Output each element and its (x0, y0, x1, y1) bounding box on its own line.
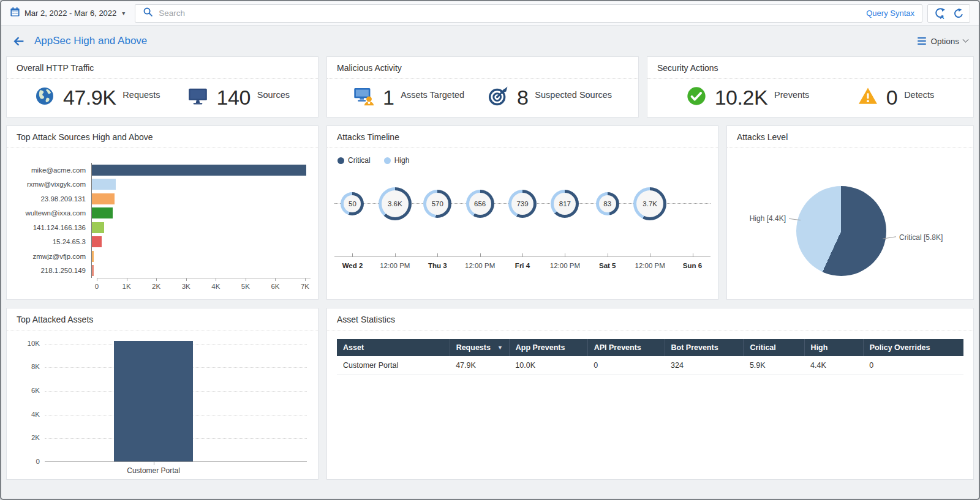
x-tick-label: 12:00 PM (635, 262, 665, 269)
charts-row: Top Attack Sources High and Above mike@a… (6, 125, 974, 300)
topbar: Mar 2, 2022 - Mar 6, 2022 ▾ Query Syntax… (1, 1, 979, 26)
horizontal-bar-chart: mike@acme.comrxmw@vixgyk.com23.98.209.13… (7, 148, 318, 293)
bar[interactable] (92, 207, 113, 218)
bar[interactable] (92, 193, 115, 204)
plot-area: Customer Portal (45, 339, 307, 462)
bar[interactable] (92, 251, 94, 262)
bar-category-label: 141.124.166.136 (14, 224, 91, 231)
x-tick-label: Sat 5 (599, 262, 616, 269)
table-cell: 47.9K (450, 356, 509, 375)
options-label: Options (930, 37, 959, 46)
panel-attacks-level: Attacks Level High [4.4K] Critical [5.8K… (726, 125, 974, 300)
table-cell: 0 (587, 356, 665, 375)
monitor-user-icon (353, 86, 374, 108)
bar-track (91, 206, 311, 221)
metric-label: Detects (904, 90, 934, 100)
card-overall-http-traffic: Overall HTTP Traffic 47.9K Requests (6, 56, 318, 118)
column-header-high[interactable]: High (804, 339, 863, 356)
timeline-donut[interactable]: 570 (423, 190, 451, 218)
bar-track (91, 235, 311, 250)
vertical-bar-chart: 02K4K6K8K10K Customer Portal (7, 330, 318, 462)
timeline-donut[interactable]: 83 (596, 192, 619, 215)
timeline-donut[interactable]: 739 (508, 190, 537, 218)
bar-customer-portal[interactable] (114, 341, 192, 461)
bar-category-label: 15.24.65.3 (14, 238, 91, 245)
x-category-label: Customer Portal (127, 466, 180, 475)
metric-suspected-sources: 8 Suspected Sources (488, 86, 612, 110)
metric-label: Prevents (774, 90, 809, 100)
legend-item-high[interactable]: High (384, 156, 410, 165)
bar-category-label: wultewn@ixxa.com (14, 209, 91, 217)
bar[interactable] (92, 236, 102, 247)
x-tick (522, 253, 523, 257)
timeline-donut[interactable]: 3.7K (633, 187, 666, 220)
bar[interactable] (92, 179, 116, 190)
card-title: Overall HTTP Traffic (7, 57, 318, 78)
metric-sources: 140 Sources (187, 86, 290, 110)
x-tick-label: 4K (211, 283, 220, 290)
x-tick-label: Wed 2 (342, 262, 363, 269)
x-tick (186, 278, 187, 281)
bar-category-label: zmwjz@vfjp.com (14, 253, 91, 260)
monitor-icon (187, 87, 208, 108)
table-row[interactable]: Customer Portal47.9K10.0K03245.9K4.4K0 (337, 356, 963, 375)
x-tick-label: 12:00 PM (380, 262, 410, 269)
metric-label: Suspected Sources (535, 90, 612, 100)
table-cell: 0 (863, 356, 963, 375)
column-header-requests[interactable]: Requests▼ (450, 339, 509, 356)
metric-value: 140 (217, 86, 251, 110)
attacks-level-pie[interactable] (796, 186, 886, 276)
panel-title: Top Attacked Assets (7, 308, 318, 330)
bar[interactable] (92, 265, 94, 276)
hamburger-icon (918, 37, 926, 45)
search-input[interactable] (159, 9, 861, 18)
bar[interactable] (92, 222, 104, 233)
timeline-donut[interactable]: 3.6K (379, 187, 412, 220)
column-header-api-prevents[interactable]: API Prevents (587, 339, 665, 356)
y-tick-label: 4K (31, 411, 40, 418)
pie-chart-area: High [4.4K] Critical [5.8K] (727, 148, 973, 299)
timeline-donut[interactable]: 817 (551, 190, 579, 218)
donut-value: 739 (511, 193, 533, 215)
refresh-icon[interactable] (953, 8, 964, 19)
bottom-row: Top Attacked Assets 02K4K6K8K10K Custome… (6, 308, 974, 480)
x-tick (97, 278, 97, 281)
timeline-plot: 503.6K570656739817833.7K (334, 170, 710, 238)
critical-dot (337, 157, 344, 164)
column-header-asset[interactable]: Asset (337, 339, 450, 356)
date-range-picker[interactable]: Mar 2, 2022 - Mar 6, 2022 ▾ (10, 7, 125, 20)
metric-label: Requests (123, 90, 160, 100)
table-cell: 4.4K (804, 356, 863, 375)
case-search-icon[interactable]: A (933, 7, 946, 19)
back-button[interactable] (12, 35, 25, 48)
timeline-donut[interactable]: 656 (466, 190, 494, 218)
donut-value: 83 (599, 195, 616, 212)
page-title[interactable]: AppSec High and Above (34, 35, 147, 47)
x-tick (246, 278, 246, 281)
donut-value: 3.7K (636, 190, 663, 217)
panel-title: Asset Statistics (327, 308, 973, 330)
timeline-donut[interactable]: 50 (341, 192, 364, 215)
column-header-bot-prevents[interactable]: Bot Prevents (665, 339, 744, 356)
pie-label-critical: Critical [5.8K] (899, 233, 943, 242)
bar[interactable] (92, 165, 306, 176)
caret-down-icon: ▾ (122, 10, 125, 17)
column-header-policy-overrides[interactable]: Policy Overrides (863, 339, 963, 356)
x-axis: 01K2K3K4K5K6K7K (97, 278, 311, 293)
card-title: Security Actions (647, 57, 973, 78)
legend-item-critical[interactable]: Critical (337, 156, 371, 165)
x-tick-label: 5K (241, 283, 250, 290)
x-tick-label: 2K (152, 283, 160, 290)
target-icon (488, 86, 508, 108)
timeline-x-axis: Wed 212:00 PMThu 312:00 PMFri 412:00 PMS… (334, 256, 710, 277)
metric-value: 0 (886, 86, 897, 110)
query-syntax-link[interactable]: Query Syntax (866, 9, 914, 18)
options-button[interactable]: Options (918, 37, 968, 46)
x-tick (275, 278, 276, 281)
donut-value: 656 (469, 193, 491, 215)
globe-icon (35, 86, 55, 108)
sort-desc-icon: ▼ (497, 345, 503, 351)
column-header-critical[interactable]: Critical (744, 339, 804, 356)
column-header-app-prevents[interactable]: App Prevents (509, 339, 587, 356)
metric-detects: 0 Detects (858, 86, 935, 110)
